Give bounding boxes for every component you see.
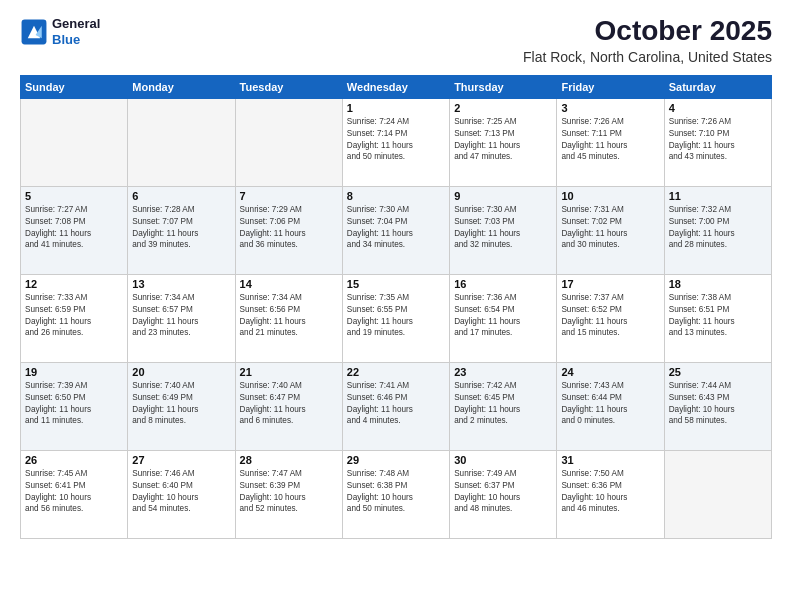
- day-cell-3: 3Sunrise: 7:26 AM Sunset: 7:11 PM Daylig…: [557, 98, 664, 186]
- day-cell-29: 29Sunrise: 7:48 AM Sunset: 6:38 PM Dayli…: [342, 450, 449, 538]
- day-info: Sunrise: 7:45 AM Sunset: 6:41 PM Dayligh…: [25, 468, 123, 516]
- day-number: 18: [669, 278, 767, 290]
- day-cell-19: 19Sunrise: 7:39 AM Sunset: 6:50 PM Dayli…: [21, 362, 128, 450]
- day-number: 12: [25, 278, 123, 290]
- day-number: 26: [25, 454, 123, 466]
- logo-line1: General: [52, 16, 100, 32]
- day-number: 8: [347, 190, 445, 202]
- day-info: Sunrise: 7:41 AM Sunset: 6:46 PM Dayligh…: [347, 380, 445, 428]
- page: General Blue October 2025 Flat Rock, Nor…: [0, 0, 792, 612]
- day-info: Sunrise: 7:30 AM Sunset: 7:04 PM Dayligh…: [347, 204, 445, 252]
- day-cell-24: 24Sunrise: 7:43 AM Sunset: 6:44 PM Dayli…: [557, 362, 664, 450]
- day-cell-13: 13Sunrise: 7:34 AM Sunset: 6:57 PM Dayli…: [128, 274, 235, 362]
- day-info: Sunrise: 7:26 AM Sunset: 7:10 PM Dayligh…: [669, 116, 767, 164]
- logo-line2: Blue: [52, 32, 100, 48]
- day-cell-12: 12Sunrise: 7:33 AM Sunset: 6:59 PM Dayli…: [21, 274, 128, 362]
- calendar-week-row: 19Sunrise: 7:39 AM Sunset: 6:50 PM Dayli…: [21, 362, 772, 450]
- column-header-friday: Friday: [557, 75, 664, 98]
- day-info: Sunrise: 7:37 AM Sunset: 6:52 PM Dayligh…: [561, 292, 659, 340]
- day-number: 23: [454, 366, 552, 378]
- day-number: 1: [347, 102, 445, 114]
- day-number: 17: [561, 278, 659, 290]
- day-number: 6: [132, 190, 230, 202]
- empty-cell: [235, 98, 342, 186]
- day-cell-23: 23Sunrise: 7:42 AM Sunset: 6:45 PM Dayli…: [450, 362, 557, 450]
- day-cell-8: 8Sunrise: 7:30 AM Sunset: 7:04 PM Daylig…: [342, 186, 449, 274]
- calendar-table: SundayMondayTuesdayWednesdayThursdayFrid…: [20, 75, 772, 539]
- day-number: 29: [347, 454, 445, 466]
- calendar-week-row: 12Sunrise: 7:33 AM Sunset: 6:59 PM Dayli…: [21, 274, 772, 362]
- day-cell-1: 1Sunrise: 7:24 AM Sunset: 7:14 PM Daylig…: [342, 98, 449, 186]
- day-number: 15: [347, 278, 445, 290]
- column-header-wednesday: Wednesday: [342, 75, 449, 98]
- day-cell-11: 11Sunrise: 7:32 AM Sunset: 7:00 PM Dayli…: [664, 186, 771, 274]
- day-cell-5: 5Sunrise: 7:27 AM Sunset: 7:08 PM Daylig…: [21, 186, 128, 274]
- day-cell-18: 18Sunrise: 7:38 AM Sunset: 6:51 PM Dayli…: [664, 274, 771, 362]
- day-info: Sunrise: 7:29 AM Sunset: 7:06 PM Dayligh…: [240, 204, 338, 252]
- day-info: Sunrise: 7:46 AM Sunset: 6:40 PM Dayligh…: [132, 468, 230, 516]
- day-number: 31: [561, 454, 659, 466]
- day-cell-20: 20Sunrise: 7:40 AM Sunset: 6:49 PM Dayli…: [128, 362, 235, 450]
- day-number: 21: [240, 366, 338, 378]
- empty-cell: [664, 450, 771, 538]
- day-info: Sunrise: 7:36 AM Sunset: 6:54 PM Dayligh…: [454, 292, 552, 340]
- day-number: 27: [132, 454, 230, 466]
- title-block: October 2025 Flat Rock, North Carolina, …: [523, 16, 772, 65]
- column-header-tuesday: Tuesday: [235, 75, 342, 98]
- day-number: 11: [669, 190, 767, 202]
- day-info: Sunrise: 7:42 AM Sunset: 6:45 PM Dayligh…: [454, 380, 552, 428]
- day-info: Sunrise: 7:48 AM Sunset: 6:38 PM Dayligh…: [347, 468, 445, 516]
- column-header-sunday: Sunday: [21, 75, 128, 98]
- day-cell-31: 31Sunrise: 7:50 AM Sunset: 6:36 PM Dayli…: [557, 450, 664, 538]
- day-info: Sunrise: 7:27 AM Sunset: 7:08 PM Dayligh…: [25, 204, 123, 252]
- day-info: Sunrise: 7:40 AM Sunset: 6:49 PM Dayligh…: [132, 380, 230, 428]
- logo: General Blue: [20, 16, 100, 47]
- day-number: 13: [132, 278, 230, 290]
- day-info: Sunrise: 7:34 AM Sunset: 6:56 PM Dayligh…: [240, 292, 338, 340]
- day-cell-17: 17Sunrise: 7:37 AM Sunset: 6:52 PM Dayli…: [557, 274, 664, 362]
- day-header-row: SundayMondayTuesdayWednesdayThursdayFrid…: [21, 75, 772, 98]
- calendar-week-row: 5Sunrise: 7:27 AM Sunset: 7:08 PM Daylig…: [21, 186, 772, 274]
- day-cell-2: 2Sunrise: 7:25 AM Sunset: 7:13 PM Daylig…: [450, 98, 557, 186]
- calendar-week-row: 26Sunrise: 7:45 AM Sunset: 6:41 PM Dayli…: [21, 450, 772, 538]
- column-header-saturday: Saturday: [664, 75, 771, 98]
- day-cell-15: 15Sunrise: 7:35 AM Sunset: 6:55 PM Dayli…: [342, 274, 449, 362]
- day-cell-22: 22Sunrise: 7:41 AM Sunset: 6:46 PM Dayli…: [342, 362, 449, 450]
- day-info: Sunrise: 7:35 AM Sunset: 6:55 PM Dayligh…: [347, 292, 445, 340]
- day-info: Sunrise: 7:26 AM Sunset: 7:11 PM Dayligh…: [561, 116, 659, 164]
- day-info: Sunrise: 7:25 AM Sunset: 7:13 PM Dayligh…: [454, 116, 552, 164]
- day-number: 19: [25, 366, 123, 378]
- day-number: 9: [454, 190, 552, 202]
- day-number: 25: [669, 366, 767, 378]
- day-cell-14: 14Sunrise: 7:34 AM Sunset: 6:56 PM Dayli…: [235, 274, 342, 362]
- day-cell-10: 10Sunrise: 7:31 AM Sunset: 7:02 PM Dayli…: [557, 186, 664, 274]
- day-number: 24: [561, 366, 659, 378]
- day-info: Sunrise: 7:24 AM Sunset: 7:14 PM Dayligh…: [347, 116, 445, 164]
- day-number: 20: [132, 366, 230, 378]
- month-title: October 2025: [523, 16, 772, 47]
- day-info: Sunrise: 7:44 AM Sunset: 6:43 PM Dayligh…: [669, 380, 767, 428]
- day-number: 5: [25, 190, 123, 202]
- day-cell-9: 9Sunrise: 7:30 AM Sunset: 7:03 PM Daylig…: [450, 186, 557, 274]
- day-number: 14: [240, 278, 338, 290]
- day-info: Sunrise: 7:38 AM Sunset: 6:51 PM Dayligh…: [669, 292, 767, 340]
- day-number: 7: [240, 190, 338, 202]
- day-cell-26: 26Sunrise: 7:45 AM Sunset: 6:41 PM Dayli…: [21, 450, 128, 538]
- empty-cell: [128, 98, 235, 186]
- day-info: Sunrise: 7:40 AM Sunset: 6:47 PM Dayligh…: [240, 380, 338, 428]
- day-cell-30: 30Sunrise: 7:49 AM Sunset: 6:37 PM Dayli…: [450, 450, 557, 538]
- calendar-week-row: 1Sunrise: 7:24 AM Sunset: 7:14 PM Daylig…: [21, 98, 772, 186]
- day-info: Sunrise: 7:33 AM Sunset: 6:59 PM Dayligh…: [25, 292, 123, 340]
- day-info: Sunrise: 7:34 AM Sunset: 6:57 PM Dayligh…: [132, 292, 230, 340]
- day-cell-28: 28Sunrise: 7:47 AM Sunset: 6:39 PM Dayli…: [235, 450, 342, 538]
- day-info: Sunrise: 7:39 AM Sunset: 6:50 PM Dayligh…: [25, 380, 123, 428]
- day-number: 22: [347, 366, 445, 378]
- location-title: Flat Rock, North Carolina, United States: [523, 49, 772, 65]
- logo-text: General Blue: [52, 16, 100, 47]
- day-cell-16: 16Sunrise: 7:36 AM Sunset: 6:54 PM Dayli…: [450, 274, 557, 362]
- day-number: 16: [454, 278, 552, 290]
- day-number: 4: [669, 102, 767, 114]
- day-info: Sunrise: 7:50 AM Sunset: 6:36 PM Dayligh…: [561, 468, 659, 516]
- day-cell-25: 25Sunrise: 7:44 AM Sunset: 6:43 PM Dayli…: [664, 362, 771, 450]
- day-number: 10: [561, 190, 659, 202]
